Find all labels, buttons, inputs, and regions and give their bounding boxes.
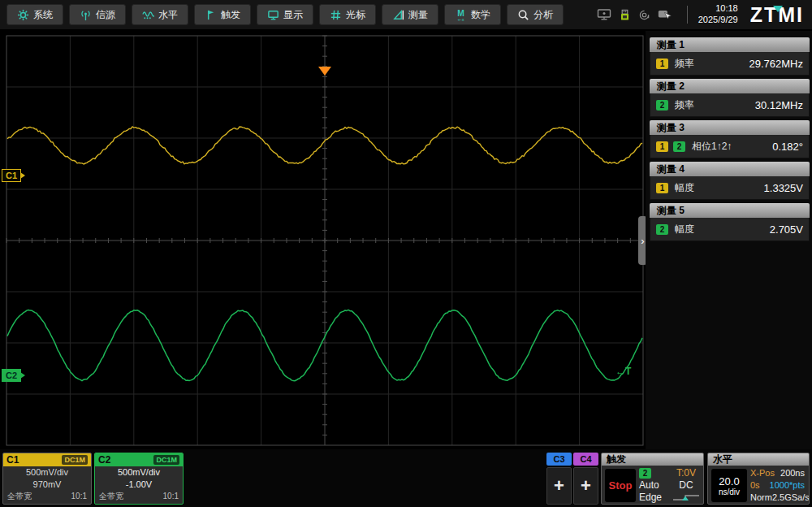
channel-badge: 1	[656, 141, 668, 152]
c4-add-button[interactable]: +	[573, 467, 598, 505]
trigger-panel[interactable]: 触发 Stop 2 Auto Edge T:0V DC	[601, 453, 704, 505]
channel-box-c2[interactable]: C2 DC1M 500mV/div -1.00V 全带宽 10:1	[94, 453, 184, 505]
trigger-position-marker-icon[interactable]	[318, 67, 331, 76]
c1-offset-marker[interactable]: C1	[2, 169, 21, 182]
measurement-card-body: 2幅度2.705V	[650, 218, 810, 241]
measurement-label: 幅度	[675, 181, 694, 195]
c4-name[interactable]: C4	[573, 453, 598, 466]
measurement-card-body: 1频率29.762MHz	[650, 52, 810, 76]
c1-name: C1	[6, 454, 19, 466]
toolbar-button-label: 水平	[158, 8, 178, 22]
trigger-coupling: DC	[679, 480, 693, 491]
measurement-card-title: 测量 1	[650, 37, 810, 52]
xpos-label: X-Pos	[750, 468, 775, 479]
toolbar-button-analysis[interactable]: 分析	[507, 4, 564, 25]
c2-footer: 全带宽 10:1	[95, 491, 183, 502]
timebase-value: 20.0	[719, 475, 739, 488]
c2-coupling-badge: DC1M	[153, 455, 179, 465]
gear-icon	[17, 9, 29, 21]
toolbar-button-label: 显示	[283, 8, 303, 22]
wave-icon	[142, 9, 154, 21]
acquire-mode: Norm	[750, 492, 772, 503]
trigger-source-badge: 2	[639, 468, 651, 479]
c2-header: C2 DC1M	[95, 453, 183, 466]
measurement-value: 29.762MHz	[749, 58, 803, 70]
c2-probe-ratio: 10:1	[163, 491, 179, 502]
horizontal-panel-title: 水平	[708, 453, 809, 466]
c1-offset: 970mV	[3, 479, 91, 491]
channel-box-c3: C3 +	[546, 453, 572, 505]
toolbar-button-horizontal[interactable]: 水平	[132, 4, 188, 25]
toolbar-buttons: 系统信源水平触发显示光标测量M+-x数学分析	[6, 4, 564, 25]
toolbar-button-label: 信源	[96, 8, 115, 22]
c1-coupling-badge: DC1M	[62, 455, 88, 465]
toolbar-button-label: 光标	[346, 8, 365, 22]
horizontal-rows: X-Pos 200ns 0s 1000*pts Norm 2.5GSa/s	[750, 468, 805, 503]
analysis-magnifier-icon	[517, 9, 529, 21]
measurement-card[interactable]: 测量 312相位1↑2↑0.182°	[650, 120, 810, 158]
toolbar-button-source[interactable]: 信源	[69, 4, 126, 25]
c1-bandwidth: 全带宽	[7, 491, 32, 502]
toolbar-button-trigger[interactable]: 触发	[194, 4, 251, 25]
channel-badge: 1	[656, 183, 668, 193]
channel-box-c1[interactable]: C1 DC1M 500mV/div 970mV 全带宽 10:1	[2, 453, 92, 505]
c2-offset-marker-label: C2	[6, 370, 17, 380]
toolbar-button-measure[interactable]: 测量	[382, 4, 438, 25]
toolbar-button-label: 测量	[408, 8, 428, 22]
measurement-value: 2.705V	[770, 223, 803, 236]
brand-logo-triangle-icon	[773, 6, 783, 12]
brand-logo: ZTMI	[750, 3, 806, 27]
channel-badge: 1	[656, 58, 668, 69]
chevron-right-icon: ›	[641, 235, 644, 247]
toolbar-button-label: 数学	[471, 8, 490, 22]
toolbar-button-label: 系统	[33, 8, 53, 22]
trigger-level-marker[interactable]: ←T	[615, 366, 631, 377]
trigger-level-value: T:0V	[676, 468, 696, 479]
toolbar-button-cursor[interactable]: 光标	[319, 4, 376, 25]
c3-add-button[interactable]: +	[546, 467, 572, 505]
c3-name[interactable]: C3	[546, 453, 572, 466]
touch-icon	[638, 9, 650, 21]
measurement-value: 30.12MHz	[755, 99, 803, 111]
toolbar-button-system[interactable]: 系统	[6, 4, 63, 25]
measurement-card-title: 测量 5	[650, 203, 810, 218]
measurement-label: 频率	[675, 57, 694, 71]
trigger-flag-icon	[205, 9, 217, 21]
measurement-label: 频率	[675, 98, 694, 112]
timebase-unit: ns/div	[719, 488, 740, 496]
trigger-level-label: T	[625, 366, 631, 377]
channel-badge: 2	[656, 224, 668, 235]
measurement-card[interactable]: 测量 52幅度2.705V	[650, 203, 810, 241]
c1-scale: 500mV/div	[3, 466, 91, 479]
c1-offset-marker-label: C1	[6, 171, 17, 180]
trigger-col-left: 2 Auto Edge	[639, 468, 667, 503]
delay-value: 0s	[750, 480, 760, 491]
timebase-box: 20.0 ns/div	[711, 469, 747, 502]
measurement-card[interactable]: 测量 22频率30.12MHz	[650, 79, 810, 117]
channel-badge: 2	[673, 141, 685, 152]
clock-time: 10:18	[698, 3, 738, 15]
c2-bandwidth: 全带宽	[99, 491, 123, 502]
trigger-panel-title: 触发	[602, 453, 703, 466]
channel-box-c4: C4 +	[573, 453, 598, 505]
trigger-level-arrow-icon: ←	[615, 366, 625, 377]
toolbar-button-math[interactable]: M+-x数学	[444, 4, 501, 25]
toolbar-divider	[687, 6, 688, 24]
scope-display[interactable]: C1 C2 ←T	[0, 31, 646, 451]
rising-edge-icon	[672, 492, 701, 503]
svg-text:+-x: +-x	[458, 16, 464, 20]
source-icon	[80, 9, 92, 21]
measurement-panel: 测量 11频率29.762MHz测量 22频率30.12MHz测量 312相位1…	[646, 31, 812, 449]
horizontal-panel[interactable]: 水平 20.0 ns/div X-Pos 200ns 0s 1000*pts N…	[707, 453, 810, 505]
c1-header: C1 DC1M	[3, 453, 91, 466]
measurement-card-body: 1幅度1.3325V	[650, 176, 810, 200]
measurement-card-title: 测量 2	[650, 79, 810, 93]
c2-offset-marker[interactable]: C2	[2, 369, 21, 382]
toolbar-button-display[interactable]: 显示	[257, 4, 313, 25]
measurement-value: 1.3325V	[764, 182, 803, 194]
measurement-card[interactable]: 测量 41幅度1.3325V	[650, 162, 810, 200]
c1-marker-arrow-icon	[20, 172, 25, 179]
measurement-value: 0.182°	[772, 141, 803, 153]
clock-date: 2025/9/29	[698, 15, 738, 26]
measurement-card[interactable]: 测量 11频率29.762MHz	[650, 37, 810, 76]
